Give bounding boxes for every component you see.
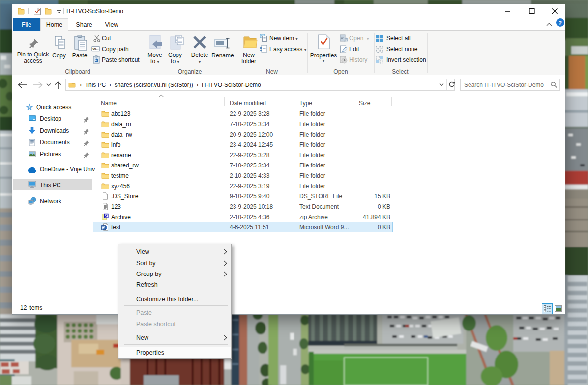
- svg-text:W: W: [92, 47, 96, 51]
